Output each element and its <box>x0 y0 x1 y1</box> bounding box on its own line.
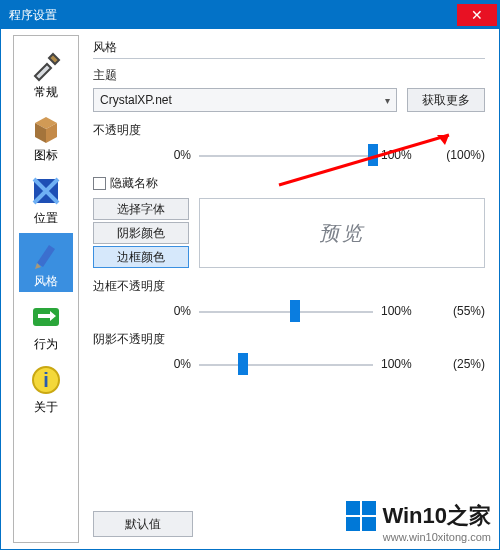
border-color-button[interactable]: 边框颜色 <box>93 246 189 268</box>
border-opacity-label: 边框不透明度 <box>93 278 485 295</box>
sidebar-item-label: 关于 <box>34 399 58 416</box>
info-icon: i <box>29 363 63 397</box>
get-more-button[interactable]: 获取更多 <box>407 88 485 112</box>
svg-text:i: i <box>43 369 49 391</box>
windows-logo-icon <box>346 501 376 531</box>
box-icon <box>29 111 63 145</box>
default-button[interactable]: 默认值 <box>93 511 193 537</box>
chevron-down-icon: ▾ <box>385 95 390 106</box>
border-opacity-min: 0% <box>149 304 191 318</box>
opacity-slider[interactable] <box>199 145 373 165</box>
sidebar-item-label: 图标 <box>34 147 58 164</box>
shadow-opacity-label: 阴影不透明度 <box>93 331 485 348</box>
choose-font-button[interactable]: 选择字体 <box>93 198 189 220</box>
opacity-max: 100% <box>381 148 423 162</box>
shadow-opacity-max: 100% <box>381 357 423 371</box>
hide-name-checkbox[interactable] <box>93 177 106 190</box>
swap-icon <box>29 300 63 334</box>
section-title: 风格 <box>93 39 485 56</box>
divider <box>93 58 485 59</box>
theme-label: 主题 <box>93 67 485 84</box>
opacity-min: 0% <box>149 148 191 162</box>
shadow-opacity-value: (25%) <box>431 357 485 371</box>
window-title: 程序设置 <box>9 7 457 24</box>
pen-icon <box>29 237 63 271</box>
sidebar-item-style[interactable]: 风格 <box>19 233 73 292</box>
sidebar-item-label: 位置 <box>34 210 58 227</box>
shadow-opacity-slider[interactable] <box>199 354 373 374</box>
watermark: Win10之家 www.win10xitong.com <box>346 501 491 543</box>
border-opacity-max: 100% <box>381 304 423 318</box>
slider-thumb[interactable] <box>290 300 300 322</box>
position-icon <box>29 174 63 208</box>
titlebar: 程序设置 ✕ <box>1 1 499 29</box>
close-icon: ✕ <box>471 7 483 23</box>
preview-box: 预览 <box>199 198 485 268</box>
sidebar-item-behavior[interactable]: 行为 <box>19 296 73 355</box>
shadow-opacity-min: 0% <box>149 357 191 371</box>
border-opacity-value: (55%) <box>431 304 485 318</box>
sidebar: 常规 图标 位置 风格 <box>13 35 79 543</box>
watermark-url: www.win10xitong.com <box>383 531 491 543</box>
sidebar-item-position[interactable]: 位置 <box>19 170 73 229</box>
close-button[interactable]: ✕ <box>457 4 497 26</box>
border-opacity-slider[interactable] <box>199 301 373 321</box>
watermark-text: Win10之家 <box>382 501 491 531</box>
theme-select[interactable]: CrystalXP.net ▾ <box>93 88 397 112</box>
theme-value: CrystalXP.net <box>100 93 172 107</box>
sidebar-item-about[interactable]: i 关于 <box>19 359 73 418</box>
main-panel: 风格 主题 CrystalXP.net ▾ 获取更多 不透明度 0% <box>79 29 499 549</box>
sidebar-item-label: 风格 <box>34 273 58 290</box>
sidebar-item-label: 行为 <box>34 336 58 353</box>
slider-thumb[interactable] <box>238 353 248 375</box>
shadow-color-button[interactable]: 阴影颜色 <box>93 222 189 244</box>
sidebar-item-general[interactable]: 常规 <box>19 44 73 103</box>
hide-name-label: 隐藏名称 <box>110 175 158 192</box>
sidebar-item-label: 常规 <box>34 84 58 101</box>
opacity-value: (100%) <box>431 148 485 162</box>
sidebar-item-icons[interactable]: 图标 <box>19 107 73 166</box>
opacity-label: 不透明度 <box>93 122 485 139</box>
tools-icon <box>29 48 63 82</box>
slider-thumb[interactable] <box>368 144 378 166</box>
